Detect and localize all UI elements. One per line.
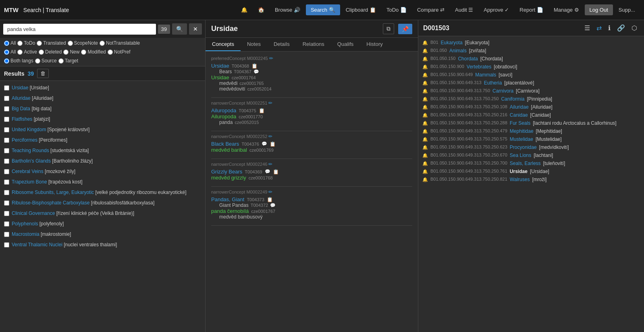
filter-source[interactable]: Source bbox=[35, 58, 57, 64]
result-checkbox[interactable] bbox=[4, 179, 9, 185]
result-checkbox[interactable] bbox=[4, 127, 9, 132]
compare-icon-btn[interactable]: ⇄ bbox=[594, 23, 604, 33]
info-icon-btn[interactable]: ℹ bbox=[606, 23, 613, 33]
nav-bell[interactable]: 🔔 bbox=[236, 4, 252, 15]
list-item[interactable]: Ribulose-Bisphosphate Carboxylase [ribul… bbox=[0, 198, 205, 208]
tab-history[interactable]: History bbox=[360, 38, 389, 51]
filter-active[interactable]: Active bbox=[17, 49, 37, 55]
tree-item[interactable]: 🔔 B01.050.150.900.649.313.750.250.575 Mu… bbox=[418, 135, 644, 143]
search-clear-button[interactable]: ✕ bbox=[189, 23, 202, 35]
nav-search[interactable]: Search 🔍 bbox=[306, 4, 340, 15]
result-checkbox[interactable] bbox=[4, 159, 9, 164]
tree-item[interactable]: 🔔 B01.050.150.900.649.313.750.250 Canifo… bbox=[418, 95, 644, 103]
list-item[interactable]: Perciformes [Perciformes] bbox=[0, 135, 205, 145]
list-item[interactable]: Macrostomia [makrostomie] bbox=[0, 229, 205, 239]
tab-concepts[interactable]: Concepts bbox=[206, 38, 241, 51]
nav-logout[interactable]: Log Out bbox=[585, 4, 613, 15]
nav-todo[interactable]: ToDo 📄 bbox=[382, 4, 411, 15]
tree-item[interactable]: 🔔 B01.050.150.900.649.313.750.250.821 Wa… bbox=[418, 175, 644, 184]
clipboard-btn[interactable]: 📋 bbox=[267, 197, 273, 202]
list-icon-btn[interactable]: ☰ bbox=[582, 23, 592, 33]
list-item[interactable]: Cerebral Veins [mozkové žíly] bbox=[0, 166, 205, 177]
filter-target[interactable]: Target bbox=[58, 58, 78, 64]
list-item[interactable]: Flatfishes [platýzi] bbox=[0, 114, 205, 124]
link-icon-btn[interactable]: 🔗 bbox=[615, 23, 627, 33]
filter-translated[interactable]: Translated bbox=[37, 40, 66, 46]
filter-todo[interactable]: ToDo bbox=[17, 40, 35, 46]
result-checkbox[interactable] bbox=[4, 221, 9, 227]
tree-item[interactable]: 🔔 B01.050.150.900.649.313.750.250.108 Ai… bbox=[418, 103, 644, 111]
tree-item[interactable]: 🔔 B01.050.150.900.649.313.750 Carnivora … bbox=[418, 87, 644, 95]
result-checkbox[interactable] bbox=[4, 148, 9, 153]
result-checkbox[interactable] bbox=[4, 200, 9, 206]
clipboard-btn[interactable]: 📋 bbox=[273, 169, 279, 175]
tab-qualifs[interactable]: Qualifs bbox=[331, 38, 360, 51]
result-checkbox[interactable] bbox=[4, 117, 9, 122]
list-item[interactable]: Ventral Thalamic Nuclei [nuclei ventrale… bbox=[0, 239, 205, 250]
list-item[interactable]: Ailuridae [Ailuridae] bbox=[0, 93, 205, 103]
list-item[interactable]: Bartholin's Glands [Bartholiniho žlázy] bbox=[0, 156, 205, 166]
nav-browse[interactable]: Browse 🔊 bbox=[270, 4, 305, 15]
filter-scopenote[interactable]: ScopeNote bbox=[68, 40, 98, 46]
search-button[interactable]: 🔍 bbox=[172, 23, 187, 35]
list-item[interactable]: Polyphenols [polyfenoly] bbox=[0, 219, 205, 229]
nav-approve[interactable]: Approve ✓ bbox=[479, 4, 514, 15]
nav-home[interactable]: 🏠 bbox=[253, 4, 269, 15]
tree-item[interactable]: 🔔 B01.050.150.900.649 Mammals [savci] bbox=[418, 71, 644, 79]
tree-item[interactable]: 🔔 B01.050.150.900.649.313.750.250.623 Pr… bbox=[418, 143, 644, 151]
list-item[interactable]: Trapezium Bone [trapézová kost] bbox=[0, 177, 205, 187]
tree-item[interactable]: 🔔 B01.050.150.900.649.313.750.250.700 Se… bbox=[418, 159, 644, 167]
pin-button[interactable]: 📌 bbox=[398, 24, 412, 34]
tree-item[interactable]: 🔔 B01.050.150.900.649.313.750.250.761 Ur… bbox=[418, 167, 644, 175]
tree-item[interactable]: 🔔 B01.050.150.900.649.313.750.250.670 Se… bbox=[418, 151, 644, 159]
tab-details[interactable]: Details bbox=[267, 38, 296, 51]
tree-item[interactable]: 🔔 B01.050.150.900.649.313.750.250.216 Ca… bbox=[418, 111, 644, 119]
result-checkbox[interactable] bbox=[4, 85, 9, 91]
list-item[interactable]: Clinical Governance [řízení klinické péč… bbox=[0, 208, 205, 219]
trash-button[interactable]: 🗑 bbox=[37, 69, 49, 78]
nav-compare[interactable]: Compare ⇄ bbox=[412, 4, 449, 15]
result-checkbox[interactable] bbox=[4, 138, 9, 143]
filter-modified[interactable]: Modified bbox=[81, 49, 106, 55]
copy-button[interactable]: ⧉ bbox=[383, 23, 394, 34]
search-input[interactable] bbox=[3, 24, 156, 35]
tree-item[interactable]: 🔔 B01.050 Animals [zvířata] bbox=[418, 47, 644, 55]
filter-new[interactable]: New bbox=[63, 49, 79, 55]
section-edit-btn[interactable]: ✏ bbox=[268, 189, 272, 195]
tree-item[interactable]: 🔔 B01.050.150.900.649.313 Eutheria [plac… bbox=[418, 79, 644, 87]
list-item[interactable]: Big Data [big data] bbox=[0, 103, 205, 114]
section-edit-btn[interactable]: ✏ bbox=[268, 161, 272, 167]
result-checkbox[interactable] bbox=[4, 232, 9, 237]
result-checkbox[interactable] bbox=[4, 106, 9, 111]
list-item[interactable]: United Kingdom [Spojené království] bbox=[0, 124, 205, 135]
filter-deleted[interactable]: Deleted bbox=[39, 49, 62, 55]
filter-notpref[interactable]: NotPref bbox=[108, 49, 131, 55]
filter-all-1[interactable]: All bbox=[4, 40, 16, 46]
section-edit-btn[interactable]: ✏ bbox=[269, 56, 273, 61]
result-checkbox[interactable] bbox=[4, 242, 9, 247]
nav-manage[interactable]: Manage ⚙ bbox=[549, 4, 584, 15]
nav-support[interactable]: Supp... bbox=[614, 4, 640, 15]
tree-item[interactable]: 🔔 B01.050.150 Chordata [Chordata] bbox=[418, 55, 644, 63]
tab-notes[interactable]: Notes bbox=[241, 38, 267, 51]
list-item[interactable]: Ribosome Subunits, Large, Eukaryotic [ve… bbox=[0, 187, 205, 198]
filter-nottranslatable[interactable]: NotTranslatable bbox=[100, 40, 140, 46]
section-edit-btn[interactable]: ✏ bbox=[268, 134, 272, 139]
tab-relations[interactable]: Relations bbox=[296, 38, 331, 51]
result-checkbox[interactable] bbox=[4, 211, 9, 216]
clipboard-btn[interactable]: 📋 bbox=[251, 63, 258, 69]
external-icon-btn[interactable]: ⬡ bbox=[629, 23, 639, 33]
nav-audit[interactable]: Audit ☰ bbox=[450, 4, 478, 15]
list-item[interactable]: Ursidae [Ursidae] bbox=[0, 82, 205, 93]
result-checkbox[interactable] bbox=[4, 96, 9, 101]
tree-item[interactable]: 🔔 B01.050.150.900.649.313.750.250.479 Me… bbox=[418, 127, 644, 135]
tree-item[interactable]: 🔔 B01.050.150.900.649.313.750.250.288 Fu… bbox=[418, 119, 644, 127]
tree-item[interactable]: 🔔 B01 Eukaryota [Eukaryota] bbox=[418, 39, 644, 47]
section-edit-btn[interactable]: ✏ bbox=[268, 100, 272, 106]
result-checkbox[interactable] bbox=[4, 169, 9, 174]
filter-bothlang[interactable]: Both langs bbox=[4, 58, 33, 64]
result-checkbox[interactable] bbox=[4, 190, 9, 195]
clipboard-btn[interactable]: 📋 bbox=[259, 108, 265, 113]
nav-clipboard[interactable]: Clipboard 📋 bbox=[341, 4, 381, 15]
list-item[interactable]: Teaching Rounds [studentská vizita] bbox=[0, 145, 205, 156]
